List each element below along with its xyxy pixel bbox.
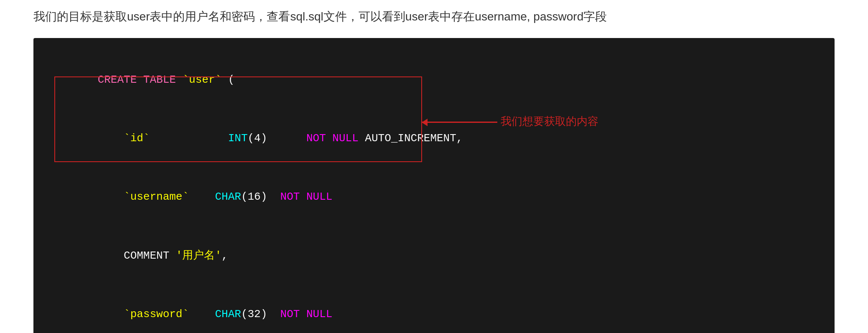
code-container: 我们想要获取的内容 CREATE TABLE `user` ( `id` INT…	[33, 38, 835, 333]
arrow-line	[422, 122, 497, 123]
code-block: 我们想要获取的内容 CREATE TABLE `user` ( `id` INT…	[59, 51, 809, 333]
code-line-4: COMMENT '用户名',	[59, 226, 809, 285]
code-line-1: CREATE TABLE `user` (	[59, 51, 809, 109]
table-name: `user`	[182, 74, 221, 86]
paren-open: (	[221, 74, 234, 86]
code-line-3: `username` CHAR(16) NOT NULL	[59, 168, 809, 226]
code-line-5: `password` CHAR(32) NOT NULL	[59, 285, 809, 333]
annotation-text: 我们想要获取的内容	[501, 112, 598, 132]
annotation-arrow: 我们想要获取的内容	[422, 112, 598, 132]
description-text: 我们的目标是获取user表中的用户名和密码，查看sql.sql文件，可以看到us…	[0, 0, 868, 34]
keyword-create-table: CREATE TABLE	[98, 74, 183, 86]
